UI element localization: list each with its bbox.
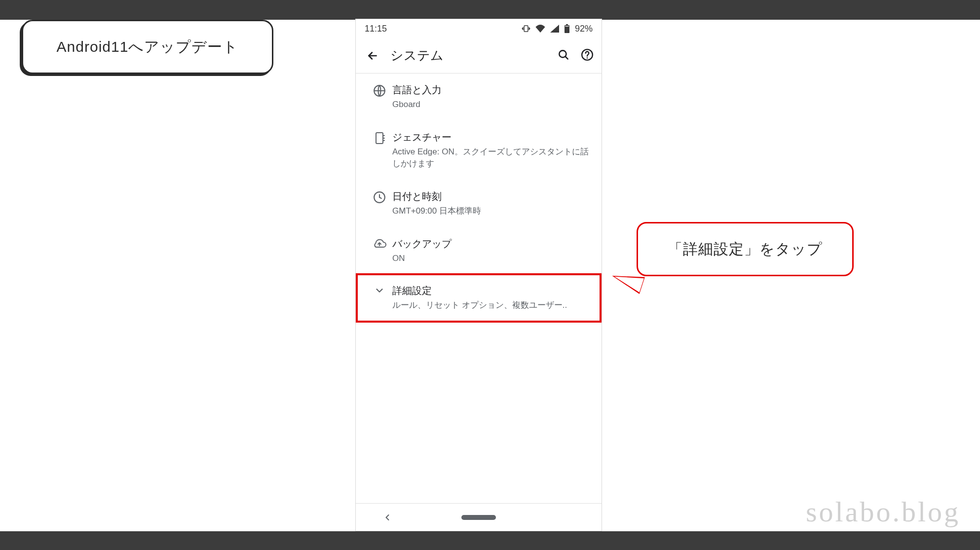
signal-icon [550, 25, 559, 33]
cloud-upload-icon [373, 238, 386, 249]
app-bar: システム [356, 38, 602, 73]
row-title: 詳細設定 [392, 284, 589, 297]
settings-row-language[interactable]: 言語と入力 Gboard [356, 73, 602, 121]
annotation-title-text: Android11へアップデート [57, 37, 239, 57]
system-nav-bar [356, 503, 602, 531]
battery-icon [564, 24, 570, 33]
annotation-callout-box: 「詳細設定」をタップ [637, 222, 854, 276]
settings-row-gestures[interactable]: ジェスチャー Active Edge: ON。スクイーズしてアシスタントに話しか… [356, 121, 602, 180]
status-battery-text: 92% [575, 24, 593, 34]
globe-icon [373, 84, 386, 97]
annotation-title-box: Android11へアップデート [22, 20, 273, 74]
status-icons: 92% [522, 24, 593, 34]
row-subtitle: ルール、リセット オプション、複数ユーザー.. [392, 299, 589, 312]
phone-screenshot: 11:15 92% システム 言語と入力 Gboard [355, 19, 602, 531]
nav-home-pill[interactable] [461, 515, 496, 520]
nav-back-button[interactable] [382, 513, 392, 522]
app-bar-title: システム [390, 47, 557, 64]
svg-rect-1 [566, 24, 568, 25]
svg-rect-0 [524, 26, 528, 32]
status-bar: 11:15 92% [356, 19, 602, 38]
chevron-down-icon [374, 285, 385, 296]
svg-rect-3 [565, 26, 569, 27]
wifi-icon [535, 25, 545, 33]
row-subtitle: ON [392, 253, 589, 265]
search-icon [557, 48, 570, 61]
help-button[interactable] [581, 48, 594, 63]
back-button[interactable] [364, 49, 381, 62]
row-subtitle: Active Edge: ON。スクイーズしてアシスタントに話しかけます [392, 146, 589, 170]
row-title: ジェスチャー [392, 131, 589, 144]
settings-list: 言語と入力 Gboard ジェスチャー Active Edge: ON。スクイー… [356, 73, 602, 503]
search-button[interactable] [557, 48, 570, 63]
row-title: 言語と入力 [392, 83, 589, 97]
annotation-callout-text: 「詳細設定」をタップ [668, 239, 823, 259]
vibrate-icon [522, 24, 530, 33]
chevron-left-icon [382, 513, 392, 522]
arrow-back-icon [366, 49, 379, 62]
phone-gesture-icon [374, 132, 385, 145]
settings-row-advanced[interactable]: 詳細設定 ルール、リセット オプション、複数ユーザー.. [356, 274, 602, 322]
status-time: 11:15 [365, 24, 387, 34]
watermark-text: solabo.blog [806, 495, 960, 528]
svg-point-6 [587, 57, 588, 59]
svg-rect-8 [376, 133, 383, 144]
row-subtitle: Gboard [392, 99, 589, 111]
row-title: バックアップ [392, 237, 589, 251]
row-title: 日付と時刻 [392, 190, 589, 203]
settings-row-backup[interactable]: バックアップ ON [356, 227, 602, 275]
row-subtitle: GMT+09:00 日本標準時 [392, 205, 589, 218]
settings-row-datetime[interactable]: 日付と時刻 GMT+09:00 日本標準時 [356, 180, 602, 227]
clock-icon [373, 191, 386, 204]
page-bottom-bar [0, 531, 980, 550]
help-icon [581, 48, 594, 61]
page-top-bar [0, 0, 980, 20]
